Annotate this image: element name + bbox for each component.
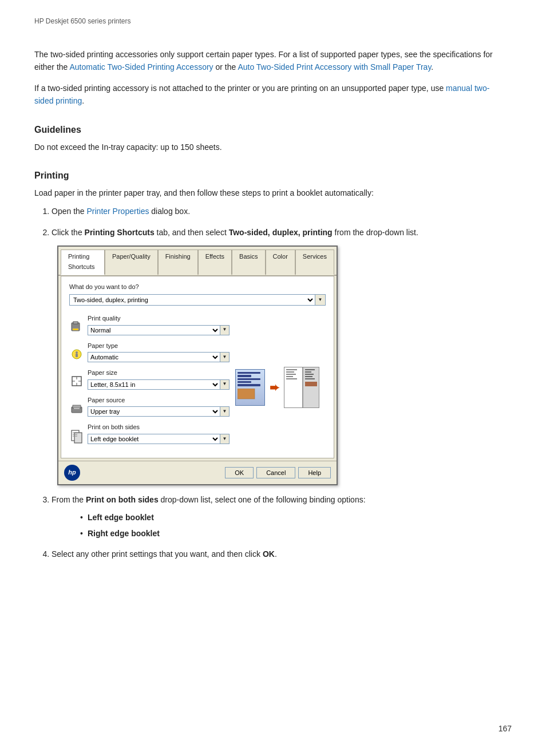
- what-to-do-dropdown-row: Two-sided, duplex, printing ▼: [69, 294, 326, 306]
- paper-type-arrow[interactable]: ▼: [220, 352, 230, 362]
- dialog-screenshot: Printing Shortcuts Paper/Quality Finishi…: [57, 246, 338, 485]
- paper-size-field: Paper size Letter, 8.5x11 in ▼: [88, 368, 230, 390]
- paper-size-arrow[interactable]: ▼: [220, 379, 230, 390]
- page-number: 167: [498, 724, 512, 733]
- paper-source-arrow[interactable]: ▼: [220, 406, 230, 417]
- guidelines-text: Do not exceed the In-tray capacity: up t…: [34, 141, 504, 153]
- guidelines-heading: Guidelines: [34, 125, 504, 135]
- paper-type-label: Paper type: [88, 341, 230, 351]
- paper-type-select[interactable]: Automatic: [88, 352, 220, 362]
- paper-type-select-row: Automatic ▼: [88, 352, 230, 362]
- print-quality-icon: [69, 320, 84, 333]
- paper-type-field: Paper type Automatic ▼: [88, 341, 230, 363]
- paper-source-icon: [69, 402, 84, 415]
- paper-type-group: Paper type Automatic ▼: [69, 341, 230, 363]
- help-button[interactable]: Help: [298, 467, 331, 478]
- dialog-body: What do you want to do? Two-sided, duple…: [61, 276, 334, 458]
- steps-list: Open the Printer Properties dialog box. …: [52, 205, 504, 561]
- ok-button[interactable]: OK: [225, 467, 254, 478]
- print-quality-select-row: Normal ▼: [88, 325, 230, 335]
- booklet-left-page: [284, 367, 302, 407]
- svg-rect-5: [76, 354, 78, 357]
- tab-effects[interactable]: Effects: [198, 250, 232, 275]
- tab-services[interactable]: Services: [295, 250, 334, 275]
- paper-size-select-row: Letter, 8.5x11 in ▼: [88, 379, 230, 390]
- intro-paragraph-1: The two-sided printing accessories only …: [34, 48, 504, 74]
- print-quality-field: Print quality Normal ▼: [88, 314, 230, 335]
- dialog-tab-bar: Printing Shortcuts Paper/Quality Finishi…: [58, 247, 337, 276]
- preview-booklet-icon: [284, 367, 319, 408]
- page-header: HP Deskjet 6500 series printers: [34, 17, 512, 25]
- link-auto-two-sided[interactable]: Automatic Two-Sided Printing Accessory: [70, 62, 213, 72]
- print-both-sides-group: Print on both sides Left edge booklet ▼: [69, 422, 230, 444]
- svg-rect-2: [73, 328, 78, 330]
- paper-size-label: Paper size: [88, 368, 230, 378]
- svg-point-4: [76, 351, 78, 354]
- dialog-bottom-buttons: OK Cancel Help: [225, 467, 331, 478]
- paper-size-group: Paper size Letter, 8.5x11 in ▼: [69, 368, 230, 390]
- step-2: Click the Printing Shortcuts tab, and th…: [52, 226, 504, 486]
- svg-rect-12: [73, 405, 81, 408]
- tab-basics[interactable]: Basics: [232, 250, 265, 275]
- print-both-sides-arrow[interactable]: ▼: [220, 434, 230, 444]
- bullet-left-edge: Left edge booklet: [80, 511, 504, 524]
- paper-source-group: Paper source Upper tray ▼: [69, 395, 230, 417]
- what-to-do-label: What do you want to do?: [69, 282, 326, 292]
- preview-panel: ➨: [235, 314, 319, 450]
- preview-document-icon: [235, 369, 265, 406]
- print-quality-label: Print quality: [88, 314, 230, 324]
- settings-left-panel: Print quality Normal ▼: [69, 314, 230, 450]
- step-1: Open the Printer Properties dialog box.: [52, 205, 504, 217]
- print-quality-arrow[interactable]: ▼: [220, 325, 230, 335]
- intro-paragraph-2: If a two-sided printing accessory is not…: [34, 82, 504, 108]
- hp-logo: hp: [64, 465, 80, 481]
- dialog-bottom-bar: hp OK Cancel Help: [58, 461, 337, 484]
- what-to-do-dropdown-arrow[interactable]: ▼: [315, 294, 326, 306]
- print-both-sides-select[interactable]: Left edge booklet: [88, 434, 220, 444]
- paper-size-icon: [69, 375, 84, 387]
- preview-arrow-icon: ➨: [270, 378, 279, 397]
- paper-source-label: Paper source: [88, 395, 230, 406]
- cancel-button[interactable]: Cancel: [256, 467, 295, 478]
- print-both-sides-icon: [69, 429, 84, 444]
- print-quality-select[interactable]: Normal: [88, 325, 220, 335]
- svg-rect-13: [74, 408, 80, 409]
- paper-source-select-row: Upper tray ▼: [88, 406, 230, 417]
- tab-color[interactable]: Color: [266, 250, 295, 275]
- what-to-do-select[interactable]: Two-sided, duplex, printing: [69, 294, 315, 306]
- dialog-main-area: Print quality Normal ▼: [69, 314, 326, 450]
- link-printer-properties[interactable]: Printer Properties: [87, 207, 149, 216]
- print-both-sides-field: Print on both sides Left edge booklet ▼: [88, 422, 230, 444]
- link-auto-small-tray[interactable]: Auto Two-Sided Print Accessory with Smal…: [238, 62, 431, 72]
- tab-finishing[interactable]: Finishing: [158, 250, 198, 275]
- tab-paper-quality[interactable]: Paper/Quality: [105, 250, 158, 275]
- paper-size-select[interactable]: Letter, 8.5x11 in: [88, 379, 220, 390]
- printing-heading: Printing: [34, 171, 504, 181]
- paper-source-select[interactable]: Upper tray: [88, 406, 220, 417]
- printing-intro: Load paper in the printer paper tray, an…: [34, 187, 504, 199]
- step-4: Select any other print settings that you…: [52, 548, 504, 560]
- binding-options-list: Left edge booklet Right edge booklet: [80, 511, 504, 540]
- svg-rect-1: [73, 322, 78, 324]
- tab-printing-shortcuts[interactable]: Printing Shortcuts: [61, 250, 105, 275]
- paper-source-field: Paper source Upper tray ▼: [88, 395, 230, 417]
- svg-rect-20: [239, 390, 254, 398]
- booklet-right-page: [302, 367, 319, 407]
- print-quality-group: Print quality Normal ▼: [69, 314, 230, 335]
- bullet-right-edge: Right edge booklet: [80, 527, 504, 540]
- paper-type-icon: [69, 348, 84, 361]
- step-3: From the Print on both sides drop-down l…: [52, 493, 504, 540]
- print-both-sides-select-row: Left edge booklet ▼: [88, 434, 230, 444]
- print-both-sides-label: Print on both sides: [88, 422, 230, 433]
